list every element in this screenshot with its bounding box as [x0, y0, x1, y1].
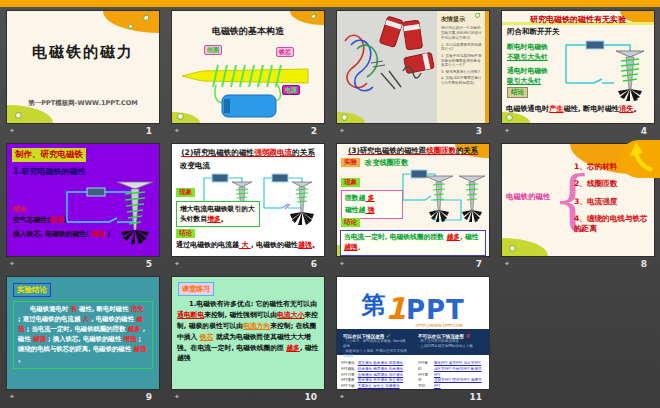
slide-number: 7	[476, 259, 482, 269]
phenomenon-box: 匝数越 多 磁性越 强	[341, 190, 403, 219]
links-group-left: PPT课件PPT模板PPT背景PPT图表PPT下载 语文课件 数学课件 英语课件…	[341, 361, 408, 389]
page-corner-decoration	[620, 140, 660, 178]
transition-icon: ✦	[504, 128, 510, 135]
tips-intro: 我们可以设计一个怎样的实验方案,说说我们的设计中可以有以下想法:	[441, 26, 482, 41]
slide-cell-9: 实验结论 电磁铁通电时 有 磁性, 断电时磁性 消失 ; 通过电磁铁的电流越 大…	[0, 274, 165, 407]
circuit-diagram	[399, 166, 487, 228]
transition-icon: ✦	[174, 394, 180, 401]
conclusion-title-badge: 实验结论	[13, 283, 51, 297]
phenomenon-badge: 现象	[176, 188, 195, 197]
conclusion-badge: 结论	[341, 218, 360, 227]
materials-photo	[337, 11, 437, 123]
factor-item: 3、电流强度	[574, 197, 650, 206]
conclusion-badge: 结论	[176, 229, 195, 238]
link-items[interactable]: 新年PPT 春节PPT 元宵节PPT端午节PPT 中秋节PPT 教师节PPT圣诞…	[434, 361, 485, 389]
site-logo: 第1PPT HTTP://WWW.1PPT.COM	[337, 289, 489, 328]
cross-icon: ✘	[466, 332, 471, 339]
slide-title: 电磁铁的磁力	[7, 43, 159, 62]
transition-icon: ✦	[504, 261, 510, 268]
phenomenon-badge: 现象	[341, 178, 360, 187]
screw-with-pins	[290, 182, 314, 225]
license-deny-column: 不可以在以下情况使用 ✘ · 用于任何形式的商业用途· 上传到网盘或其他网站供他…	[418, 332, 483, 352]
experiment-badge: 实验	[341, 158, 360, 167]
leaf-icon	[128, 24, 133, 29]
link-items[interactable]: 语文课件 数学课件 英语课件科学课件 物理课件 化学课件生物课件 地理课件 历史…	[358, 361, 403, 389]
slide-cell-2: 电磁铁的基本构造 线圈 铁芯 电源 ✦	[165, 8, 330, 141]
license-band: 可以在以下情况使用 ✔ · 个人学习、研究或欣赏本模板, Word模板等· 修改…	[337, 329, 489, 355]
slide-number: 10	[304, 392, 317, 402]
transition-icon: ✦	[339, 261, 345, 268]
exercise-paragraph: 1.电磁铁有许多优点: 它的磁性有无可以由通电断电来控制, 磁性强弱可以由电流大…	[177, 299, 319, 364]
factor-item: 2、线圈匝数	[574, 179, 650, 188]
finding-line: 空气芯磁性(较弱)	[13, 215, 67, 225]
conclusion-box: 当电流一定时, 电磁铁线圈的匝数 越多, 磁性 越强。	[340, 230, 486, 256]
slide-thumbnail-1[interactable]: 电磁铁的磁力 第一PPT模板网-WWW.1PPT.COM	[7, 11, 159, 123]
slide-title: 电磁铁的基本构造	[172, 25, 324, 38]
conclusion-badge: 结论	[13, 204, 27, 214]
slide-sorter-view: 电磁铁的磁力 第一PPT模板网-WWW.1PPT.COM ✦ 1 电磁铁的基本构…	[0, 0, 660, 408]
water-drop-icon	[341, 114, 348, 121]
footer-links: PPT课件PPT模板PPT背景PPT图表PPT下载 语文课件 数学课件 英语课件…	[341, 361, 485, 389]
transition-icon: ✦	[339, 394, 345, 401]
slide-cell-4: 研究电磁铁的磁性有无实验 闭合和断开开关 断电时电磁铁 不吸引大头针 通电时电磁…	[495, 8, 660, 141]
check-icon: ✔	[386, 332, 391, 339]
observation-line: 不吸引大头针	[507, 52, 548, 62]
slide-number: 8	[641, 259, 647, 269]
slide-number: 9	[146, 392, 152, 402]
conclusion-badge: 结论	[507, 87, 528, 98]
links-group-right: PPT教程PPT素材节日PPTPPT商城PPT论坛 新年PPT 春节PPT 元宵…	[418, 361, 485, 389]
slide-footer-credit: 第一PPT模板网-WWW.1PPT.COM	[7, 99, 159, 108]
water-drop-icon	[509, 245, 516, 252]
transition-icon: ✦	[9, 128, 15, 135]
slide-thumbnail-5[interactable]: 制作、研究电磁铁 1.研究电磁铁的磁性	[7, 144, 159, 256]
observation-line: 吸引大头针	[507, 76, 541, 86]
slide-number: 5	[146, 259, 152, 269]
slide-thumbnail-9[interactable]: 实验结论 电磁铁通电时 有 磁性, 断电时磁性 消失 ; 通过电磁铁的电流越 大…	[7, 277, 159, 389]
leaf-icon	[143, 15, 149, 21]
finding-line: 插入铁芯, 电磁铁的磁性( 增强 )	[13, 229, 110, 239]
slide-number: 2	[311, 126, 317, 136]
slide-number: 3	[476, 126, 482, 136]
link-labels: PPT课件PPT模板PPT背景PPT图表PPT下载	[341, 361, 355, 389]
corner-swoosh-top-right	[103, 11, 159, 33]
section-header: 制作、研究电磁铁	[12, 148, 86, 162]
slide-subtitle: 闭合和断开开关	[507, 27, 560, 37]
license-allow-column: 可以在以下情况使用 ✔ · 个人学习、研究或欣赏本模板, Word模板等· 修改…	[343, 332, 408, 352]
water-drop-icon	[506, 114, 513, 121]
slide-thumbnail-2[interactable]: 电磁铁的基本构造 线圈 铁芯 电源	[172, 11, 324, 123]
empty-cell	[495, 274, 660, 407]
transition-icon: ✦	[9, 394, 15, 401]
slide-number: 6	[311, 259, 317, 269]
slide-cell-10: 课堂练习 1.电磁铁有许多优点: 它的磁性有无可以由通电断电来控制, 磁性强弱可…	[165, 274, 330, 407]
slide-thumbnail-3[interactable]: 友情提示 我们可以设计一个怎样的实验方案,说说我们的设计中可以有以下想法: 1.…	[337, 11, 489, 123]
screw-with-pins	[459, 176, 485, 222]
electromagnet-diagram	[180, 39, 316, 119]
slide-thumbnail-11[interactable]: 第1PPT HTTP://WWW.1PPT.COM 可以在以下情况使用 ✔ · …	[337, 277, 489, 389]
conclusion-text: 通过电磁铁的电流越 大 , 电磁铁的磁性越强。	[176, 240, 322, 250]
transition-icon: ✦	[174, 128, 180, 135]
slide-thumbnail-10[interactable]: 课堂练习 1.电磁铁有许多优点: 它的磁性有无可以由通电断电来控制, 磁性强弱可…	[172, 277, 324, 389]
slide-grid: 电磁铁的磁力 第一PPT模板网-WWW.1PPT.COM ✦ 1 电磁铁的基本构…	[0, 8, 660, 407]
transition-icon: ✦	[339, 128, 345, 135]
tips-panel: 友情提示 我们可以设计一个怎样的实验方案,说说我们的设计中可以有以下想法: 1.…	[437, 11, 489, 123]
curved-yellow-arrow-icon	[620, 140, 660, 178]
phenomenon-box: 增大电流电磁铁吸引的大头针数目增多。	[176, 201, 260, 227]
slide-title: (3)研究电磁铁的磁性跟线圈匝数的关系	[337, 146, 489, 156]
tips-list: 1. 你们选择要研究的问题是什么?2. 实验中你选择控制不变的条件和需要改变的条…	[441, 43, 482, 86]
slide-thumbnail-4[interactable]: 研究电磁铁的磁性有无实验 闭合和断开开关 断电时电磁铁 不吸引大头针 通电时电磁…	[502, 11, 654, 123]
slide-title: (2)研究电磁铁的磁性强弱跟电流的关系	[172, 148, 324, 158]
slide-thumbnail-6[interactable]: (2)研究电磁铁的磁性强弱跟电流的关系 改变电流	[172, 144, 324, 256]
leaf-icon	[475, 13, 480, 18]
water-drop-icon	[15, 112, 22, 119]
slide-number: 11	[469, 392, 482, 402]
slide-title: 研究电磁铁的磁性有无实验	[502, 14, 654, 25]
core-label-callout: 铁芯	[276, 47, 294, 57]
allow-lines: · 个人学习、研究或欣赏本模板, Word模板等· 修改后供个人使用, 不得以任…	[343, 339, 408, 359]
slide-cell-11: 第1PPT HTTP://WWW.1PPT.COM 可以在以下情况使用 ✔ · …	[330, 274, 495, 407]
slide-thumbnail-7[interactable]: (3)研究电磁铁的磁性跟线圈匝数的关系 实验 改变线圈匝数	[337, 144, 489, 256]
slide-number: 1	[146, 126, 152, 136]
slide-cell-3: 友情提示 我们可以设计一个怎样的实验方案,说说我们的设计中可以有以下想法: 1.…	[330, 8, 495, 141]
coil-label-callout: 线圈	[204, 45, 222, 55]
transition-icon: ✦	[9, 261, 15, 268]
slide-cell-1: 电磁铁的磁力 第一PPT模板网-WWW.1PPT.COM ✦ 1	[0, 8, 165, 141]
